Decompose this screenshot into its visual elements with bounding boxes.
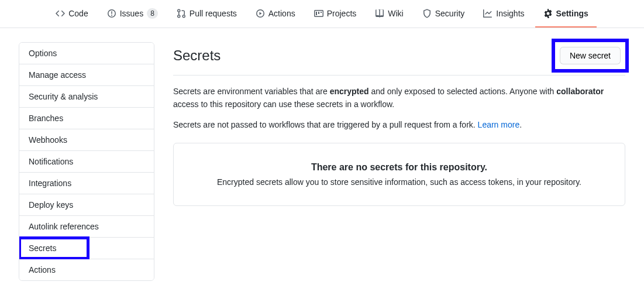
sidebar-item-integrations[interactable]: Integrations bbox=[19, 173, 154, 194]
project-icon bbox=[314, 9, 323, 18]
tab-settings[interactable]: Settings bbox=[535, 0, 597, 28]
sidebar-item-label: Branches bbox=[29, 114, 63, 123]
repo-topnav: Code Issues 8 Pull requests Actions Proj… bbox=[0, 0, 644, 28]
tab-wiki[interactable]: Wiki bbox=[367, 0, 411, 28]
sidebar-item-label: Actions bbox=[29, 265, 56, 274]
tab-label: Projects bbox=[327, 9, 357, 18]
graph-icon bbox=[483, 9, 493, 18]
sidebar-item-label: Secrets bbox=[29, 243, 56, 253]
empty-title: There are no secrets for this repository… bbox=[188, 162, 611, 173]
pr-icon bbox=[177, 9, 186, 18]
sidebar-item-deploy-keys[interactable]: Deploy keys bbox=[19, 194, 154, 216]
tab-label: Actions bbox=[268, 9, 295, 18]
sidebar-item-secrets[interactable]: Secrets bbox=[19, 238, 154, 259]
sidebar-item-label: Security & analysis bbox=[29, 92, 98, 101]
description-1: Secrets are environment variables that a… bbox=[173, 85, 625, 111]
tab-insights[interactable]: Insights bbox=[475, 0, 532, 28]
tab-actions[interactable]: Actions bbox=[247, 0, 304, 28]
sidebar-item-webhooks[interactable]: Webhooks bbox=[19, 129, 154, 151]
tab-issues[interactable]: Issues 8 bbox=[99, 0, 166, 28]
book-icon bbox=[375, 9, 384, 18]
shield-icon bbox=[422, 9, 432, 18]
learn-more-link[interactable]: Learn more bbox=[478, 120, 520, 129]
tab-label: Wiki bbox=[388, 9, 403, 18]
tab-code[interactable]: Code bbox=[47, 0, 96, 28]
sidebar-item-autolink-references[interactable]: Autolink references bbox=[19, 216, 154, 238]
sidebar-item-label: Deploy keys bbox=[29, 200, 73, 210]
tab-label: Pull requests bbox=[190, 9, 237, 18]
tab-label: Insights bbox=[496, 9, 524, 18]
sidebar-item-label: Webhooks bbox=[29, 135, 67, 145]
sidebar-item-label: Manage access bbox=[29, 70, 86, 80]
issues-count: 8 bbox=[147, 8, 158, 19]
settings-sidebar: Options Manage access Security & analysi… bbox=[19, 42, 154, 281]
description-2: Secrets are not passed to workflows that… bbox=[173, 118, 625, 131]
sidebar-item-security-analysis[interactable]: Security & analysis bbox=[19, 86, 154, 108]
empty-subtitle: Encrypted secrets allow you to store sen… bbox=[188, 177, 611, 187]
sidebar-item-manage-access[interactable]: Manage access bbox=[19, 64, 154, 86]
gear-icon bbox=[543, 9, 553, 18]
sidebar-item-label: Options bbox=[29, 49, 57, 58]
tab-label: Security bbox=[435, 9, 465, 18]
empty-state: There are no secrets for this repository… bbox=[173, 143, 625, 206]
tab-pull-requests[interactable]: Pull requests bbox=[168, 0, 245, 28]
main-content: Secrets New secret Secrets are environme… bbox=[173, 42, 625, 281]
tab-label: Issues bbox=[120, 9, 143, 18]
sidebar-item-label: Integrations bbox=[29, 179, 71, 188]
new-secret-highlight: New secret bbox=[555, 42, 625, 69]
sidebar-item-actions[interactable]: Actions bbox=[19, 259, 154, 280]
sidebar-item-branches[interactable]: Branches bbox=[19, 108, 154, 129]
tab-label: Code bbox=[68, 9, 88, 18]
sidebar-item-notifications[interactable]: Notifications bbox=[19, 151, 154, 173]
sidebar-item-label: Notifications bbox=[29, 157, 73, 166]
tab-label: Settings bbox=[556, 9, 588, 18]
tab-projects[interactable]: Projects bbox=[306, 0, 365, 28]
code-icon bbox=[56, 9, 65, 18]
sidebar-item-options[interactable]: Options bbox=[19, 43, 154, 64]
sidebar-item-label: Autolink references bbox=[29, 222, 99, 231]
new-secret-button[interactable]: New secret bbox=[560, 47, 621, 64]
play-icon bbox=[256, 9, 265, 18]
page-title: Secrets bbox=[173, 47, 221, 64]
issue-icon bbox=[107, 9, 116, 18]
tab-security[interactable]: Security bbox=[414, 0, 473, 28]
